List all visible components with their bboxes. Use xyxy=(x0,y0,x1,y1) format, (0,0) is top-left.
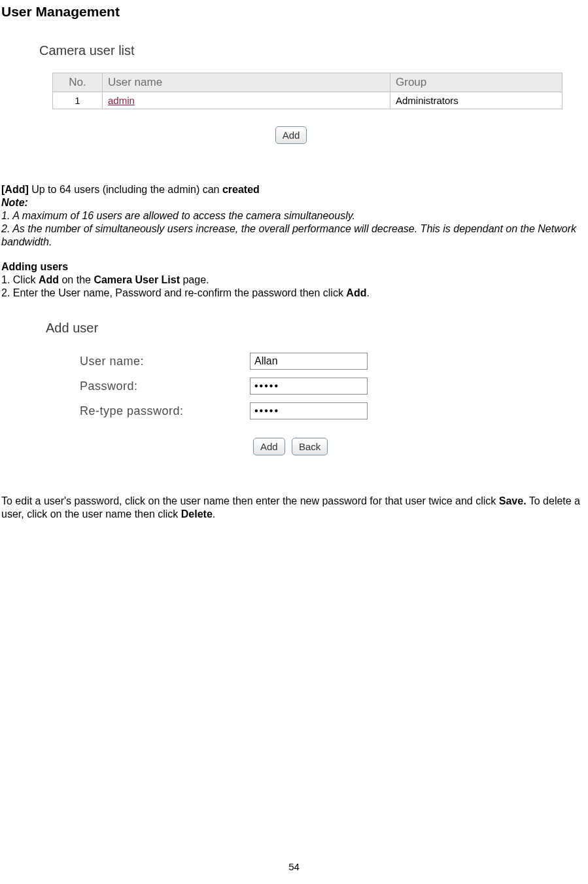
description-block: [Add] Up to 64 users (including the admi… xyxy=(1,183,587,249)
step-1: 1. Click Add on the Camera User List pag… xyxy=(1,274,587,287)
form-row-password: Password: xyxy=(80,378,491,395)
txt-bold: Add xyxy=(346,287,366,298)
user-list-table: No. User name Group 1 admin Administrato… xyxy=(52,73,562,109)
panel-title-add-user: Add user xyxy=(46,321,491,336)
txt: on the xyxy=(59,274,94,285)
table-header-row: No. User name Group xyxy=(53,73,562,92)
page-number: 54 xyxy=(0,861,588,872)
table-row: 1 admin Administrators xyxy=(53,92,562,109)
cell-no: 1 xyxy=(53,92,103,109)
txt: . xyxy=(213,508,215,520)
txt: 2. Enter the User name, Password and re-… xyxy=(1,287,346,298)
note-label: Note: xyxy=(1,196,587,209)
txt-bold: Camera User List xyxy=(94,274,180,285)
user-name-input[interactable] xyxy=(250,353,368,370)
page-title: User Management xyxy=(0,0,588,20)
retype-password-input[interactable] xyxy=(250,402,368,419)
col-group: Group xyxy=(390,73,562,92)
add-desc-tail: created xyxy=(222,184,260,195)
edit-delete-paragraph: To edit a user's password, click on the … xyxy=(1,495,587,521)
col-no: No. xyxy=(53,73,103,92)
step-2: 2. Enter the User name, Password and re-… xyxy=(1,287,587,300)
add-user-button[interactable]: Add xyxy=(253,438,285,455)
camera-user-list-panel: Camera user list No. User name Group 1 a… xyxy=(20,43,562,144)
password-label: Password: xyxy=(80,380,250,393)
txt-bold: Save. xyxy=(499,495,527,506)
add-desc-text: Up to 64 users (including the admin) can xyxy=(29,184,222,195)
col-user-name: User name xyxy=(103,73,390,92)
note-1: 1. A maximum of 16 users are allowed to … xyxy=(1,209,587,222)
note-2: 2. As the number of simultaneously users… xyxy=(1,222,587,249)
adding-users-block: Adding users 1. Click Add on the Camera … xyxy=(1,260,587,300)
txt: . xyxy=(366,287,369,298)
retype-password-label: Re-type password: xyxy=(80,404,250,418)
add-label: [Add] xyxy=(1,184,29,195)
password-input[interactable] xyxy=(250,378,368,395)
txt-bold: Add xyxy=(39,274,59,285)
user-name-label: User name: xyxy=(80,355,250,368)
button-row-add-user: Add Back xyxy=(251,438,491,455)
cell-group: Administrators xyxy=(390,92,562,109)
add-user-panel: Add user User name: Password: Re-type pa… xyxy=(33,321,491,455)
form-row-retype-password: Re-type password: xyxy=(80,402,491,419)
txt: To edit a user's password, click on the … xyxy=(1,495,499,506)
add-description-line: [Add] Up to 64 users (including the admi… xyxy=(1,183,587,196)
cell-user-name: admin xyxy=(103,92,390,109)
adding-users-label: Adding users xyxy=(1,260,587,274)
panel-title-camera-user-list: Camera user list xyxy=(39,43,562,58)
back-button[interactable]: Back xyxy=(292,438,328,455)
add-button[interactable]: Add xyxy=(275,126,307,144)
txt: 1. Click xyxy=(1,274,39,285)
txt-bold: Delete xyxy=(181,508,213,520)
form-row-user-name: User name: xyxy=(80,353,491,370)
txt: page. xyxy=(180,274,209,285)
user-link-admin[interactable]: admin xyxy=(108,95,135,106)
button-row: Add xyxy=(20,126,562,144)
